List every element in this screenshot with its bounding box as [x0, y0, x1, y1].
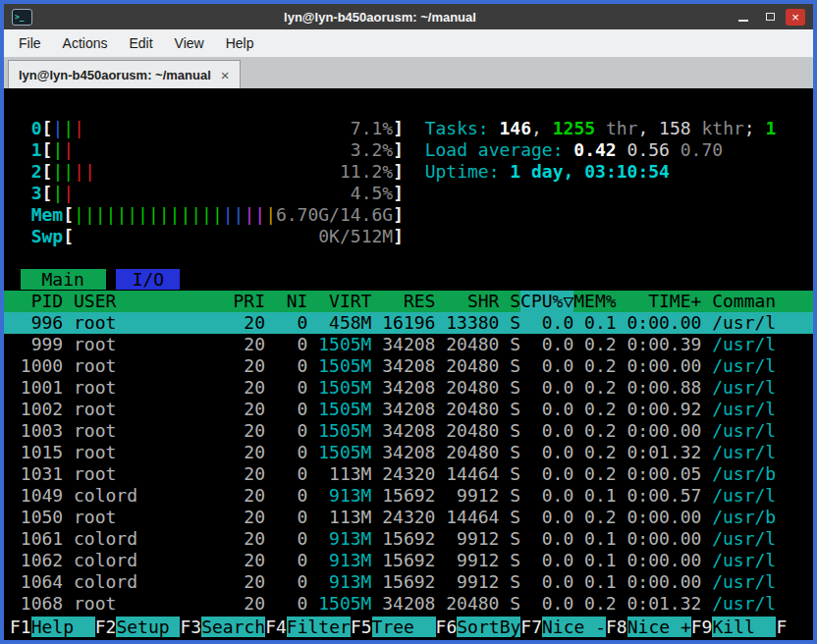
fkey-f2-setup[interactable]: F2Setup	[95, 617, 181, 638]
process-row-1061[interactable]: 1061colord200913M156929912S0.00.10:00.00…	[4, 528, 813, 550]
tab-bar: lyn@lyn-b450aorusm: ~/manual ×	[4, 57, 813, 88]
cell-virt: 1505M	[307, 420, 371, 442]
swap-meter: Swp[0K/512M]	[10, 226, 404, 247]
process-row-1001[interactable]: 1001root2001505M3420820480S0.00.20:00.88…	[4, 377, 813, 399]
cell-res: 15692	[371, 528, 435, 550]
process-row-1003[interactable]: 1003root2001505M3420820480S0.00.20:00.00…	[4, 420, 813, 442]
col-header-pid[interactable]: PID	[10, 291, 63, 312]
process-row-1068[interactable]: 1068root2001505M3420820480S0.00.20:01.32…	[4, 593, 813, 615]
cell-pri: 20	[201, 550, 265, 571]
col-header-res[interactable]: RES	[371, 291, 435, 312]
cell-cpu: 0.0	[520, 463, 573, 485]
process-row-1064[interactable]: 1064colord200913M156929912S0.00.10:00.00…	[4, 571, 813, 593]
col-header-time[interactable]: TIME+	[617, 291, 702, 312]
process-row-1015[interactable]: 1015root2001505M3420820480S0.00.20:01.32…	[4, 442, 813, 463]
col-header-mem[interactable]: MEM%	[573, 291, 616, 312]
window-controls: ×	[728, 8, 805, 26]
process-row-1050[interactable]: 1050root200113M2432014464S0.00.20:00.00/…	[4, 507, 813, 528]
cell-user: root	[74, 442, 201, 463]
process-row-1000[interactable]: 1000root2001505M3420820480S0.00.20:00.00…	[4, 355, 813, 377]
cell-res: 34208	[371, 355, 435, 377]
col-header-ni[interactable]: NI	[265, 291, 307, 312]
info-segment: Uptime:	[425, 161, 511, 182]
cell-s: S	[499, 528, 520, 550]
fkey-action-label: Search	[201, 617, 265, 637]
cell-res: 16196	[371, 312, 435, 334]
cell-cmd: /usr/l	[712, 334, 813, 355]
process-row-1062[interactable]: 1062colord200913M156929912S0.00.10:00.00…	[4, 550, 813, 571]
cell-ni: 0	[265, 442, 307, 463]
process-row-1049[interactable]: 1049colord200913M156929912S0.00.10:00.57…	[4, 485, 813, 507]
maximize-button[interactable]	[759, 8, 781, 26]
cell-gap	[701, 420, 712, 442]
fkey-f3-search[interactable]: F3Search	[180, 617, 265, 638]
menu-actions[interactable]: Actions	[52, 29, 119, 57]
fkey-number: F6	[436, 617, 458, 637]
terminal-tab[interactable]: lyn@lyn-b450aorusm: ~/manual ×	[8, 60, 241, 88]
fkey-f8-nice+[interactable]: F8Nice +	[606, 617, 691, 638]
cell-gap	[701, 507, 712, 528]
cell-pid: 996	[10, 312, 63, 334]
cell-gap	[701, 571, 712, 593]
screen-tab-main[interactable]: Main	[21, 269, 106, 290]
cell-ni: 0	[265, 334, 307, 355]
cell-virt: 458M	[307, 312, 371, 334]
info-segment: 0.70	[681, 139, 723, 160]
screen-tab-io[interactable]: I/O	[116, 269, 180, 290]
tab-close-icon[interactable]: ×	[221, 67, 230, 83]
cell-gap	[63, 485, 74, 507]
col-header-shr[interactable]: SHR	[435, 291, 499, 312]
cell-gap	[63, 334, 74, 355]
col-header-cmd[interactable]: Comman	[712, 291, 813, 312]
fkey-number: F9	[691, 617, 713, 637]
info-segment: 0.42	[573, 139, 626, 160]
cell-virt: 1505M	[307, 377, 371, 399]
process-row-1002[interactable]: 1002root2001505M3420820480S0.00.20:00.92…	[4, 399, 813, 420]
process-row-996[interactable]: 996root200458M1619613380S0.00.10:00.00/u…	[4, 312, 813, 334]
bar-segment-red: |	[63, 183, 74, 203]
process-row-1031[interactable]: 1031root200113M2432014464S0.00.20:00.05/…	[4, 463, 813, 485]
cell-shr: 9912	[435, 485, 499, 507]
fkey-f7-nice-[interactable]: F7Nice -	[520, 617, 606, 638]
fkey-f4-filter[interactable]: F4Filter	[265, 617, 351, 638]
cpu3-meter-bar: ||4.5%	[52, 183, 393, 204]
col-header-s[interactable]: S	[499, 291, 520, 312]
bar-segment-blue: |	[52, 118, 63, 138]
cell-virt: 913M	[307, 485, 371, 507]
title-bar[interactable]: >_ lyn@lyn-b450aorusm: ~/manual ×	[4, 4, 813, 29]
bar-segment-yellow: |	[265, 204, 276, 225]
col-header-user[interactable]: USER	[74, 291, 201, 312]
cell-mem: 0.1	[573, 312, 616, 334]
col-header-cpu[interactable]: CPU%▽	[520, 291, 573, 312]
cpu3-meter-label: 3	[31, 183, 42, 203]
cell-pri: 20	[201, 334, 265, 355]
fkey-f1-help[interactable]: F1Help	[10, 617, 95, 638]
process-row-999[interactable]: 999root2001505M3420820480S0.00.20:00.39/…	[4, 334, 813, 355]
bar-segment-green: ||	[52, 161, 74, 182]
cpu0-meter: 0[|||7.1%]	[10, 118, 404, 139]
cell-gap	[701, 485, 712, 507]
fkey-f6-sortby[interactable]: F6SortBy	[436, 617, 521, 638]
cpu1-meter: 1[||3.2%]	[10, 139, 404, 161]
fkey-action-label: Help	[31, 617, 95, 637]
memory-meter-value: 6.70G/14.6G	[276, 204, 393, 226]
menu-help[interactable]: Help	[215, 29, 265, 57]
menu-edit[interactable]: Edit	[118, 29, 163, 57]
fkey-f5-tree[interactable]: F5Tree	[351, 617, 436, 638]
menu-view[interactable]: View	[164, 29, 215, 57]
swap-meter-bar: 0K/512M	[74, 226, 393, 247]
col-header-pri[interactable]: PRI	[201, 291, 265, 312]
menu-file[interactable]: File	[8, 29, 52, 57]
close-button[interactable]: ×	[786, 9, 805, 26]
cell-ni: 0	[265, 399, 307, 420]
fkey-f9-kill[interactable]: F9Kill	[691, 617, 777, 638]
minimize-button[interactable]	[733, 8, 754, 26]
cell-pid: 1002	[10, 399, 63, 420]
memory-meter: Mem[|||||||||||||||||||6.70G/14.6G]	[10, 204, 404, 226]
cell-cpu: 0.0	[520, 507, 573, 528]
cell-time: 0:00.00	[617, 420, 702, 442]
terminal-screen[interactable]: 0[|||7.1%] Tasks: 146, 1255 thr, 158 kth…	[4, 88, 813, 640]
cell-cmd: /usr/l	[712, 593, 813, 615]
fkey-f[interactable]: F	[776, 617, 787, 638]
col-header-virt[interactable]: VIRT	[307, 291, 371, 312]
